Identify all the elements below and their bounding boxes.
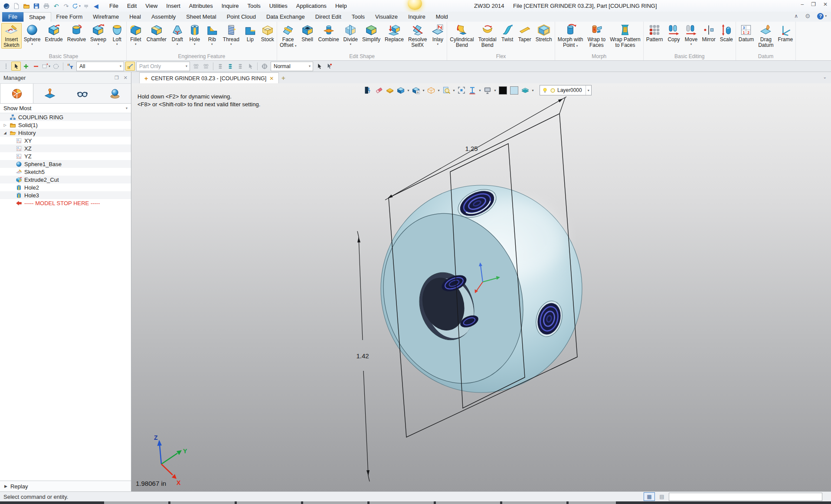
menu-inquire[interactable]: Inquire	[217, 0, 243, 12]
entity-filter-combo[interactable]: All▾	[76, 62, 124, 71]
ribbon-item-morph-with-point[interactable]: Morph withPoint ▾	[556, 23, 586, 49]
datum-display-button[interactable]	[385, 85, 395, 95]
chain-pick-alt-button[interactable]	[201, 62, 211, 71]
filter-list-button[interactable]	[65, 62, 75, 71]
tree-item-sphere1-base[interactable]: Sphere1_Base	[0, 160, 131, 168]
section-view-button[interactable]	[467, 85, 478, 95]
appearance-button[interactable]	[411, 85, 421, 95]
document-tab[interactable]: + CENTER GRINDER 03.Z3 - [COUPLING RING]…	[139, 72, 279, 84]
display-settings-button[interactable]	[482, 85, 493, 95]
dropdown-caret-icon[interactable]: ▾	[493, 88, 497, 92]
tab-overflow-icon[interactable]: ⌄	[823, 75, 827, 79]
help-button[interactable]: ? ▾	[817, 13, 827, 20]
close-button[interactable]: ✕	[823, 1, 828, 7]
zoom-tools-button[interactable]	[441, 85, 451, 95]
tab-file[interactable]: File	[2, 12, 23, 22]
undo-button[interactable]: ↶	[52, 1, 61, 10]
tab-point-cloud[interactable]: Point Cloud	[222, 12, 261, 22]
dropdown-caret-icon[interactable]: ▾	[177, 43, 178, 46]
lasso-select-button[interactable]	[51, 62, 61, 71]
tab-wireframe[interactable]: Wireframe	[88, 12, 124, 22]
panel-toggle-button[interactable]: ▤	[656, 492, 667, 501]
tree-item-coupling-ring[interactable]: COUPLING RING	[0, 113, 131, 121]
ribbon-item-wrap-pattern-to-faces[interactable]: Wrap Patternto Faces	[608, 23, 642, 49]
pointer-mode-button[interactable]	[245, 62, 255, 71]
new-file-button[interactable]	[12, 1, 21, 10]
ribbon-item-scale[interactable]: Scale	[718, 23, 735, 43]
dropdown-caret-icon[interactable]: ▾	[406, 88, 410, 92]
tree-item-yz[interactable]: YZ	[0, 152, 131, 160]
save-file-button[interactable]	[32, 1, 41, 10]
menu-view[interactable]: View	[141, 0, 162, 12]
dropdown-caret-icon[interactable]: ▾	[437, 43, 439, 46]
ribbon-item-insert-sketch[interactable]: InsertSketch	[1, 23, 22, 49]
ribbon-item-mirror[interactable]: Mirror	[700, 23, 717, 43]
menu-attributes[interactable]: Attributes	[185, 0, 217, 12]
ribbon-item-extrude[interactable]: Extrude	[43, 23, 65, 43]
coordinate-pick-button[interactable]	[125, 62, 135, 71]
ribbon-item-pattern[interactable]: Pattern	[644, 23, 665, 43]
dropdown-caret-icon[interactable]: ▾	[211, 43, 213, 46]
dropdown-caret-icon[interactable]: ▾	[350, 43, 351, 46]
ribbon-item-face-offset[interactable]: FaceOffset ▾	[278, 23, 299, 49]
gear-icon[interactable]: ⚙	[805, 13, 811, 20]
ribbon-item-wrap-to-faces[interactable]: Wrap toFaces	[585, 23, 608, 49]
tab-assembly[interactable]: Assembly	[146, 12, 181, 22]
3d-scene[interactable]: 1.25 1.42 Z Y X	[131, 83, 831, 491]
tree-item-solid-1[interactable]: ▷Solid(1)	[0, 121, 131, 129]
tab-free-form[interactable]: Free Form	[51, 12, 88, 22]
tree-item-xy[interactable]: XY	[0, 137, 131, 144]
part-manager-tab[interactable]	[98, 84, 131, 103]
pointer-active-button[interactable]	[314, 62, 324, 71]
new-tab-button[interactable]: +	[281, 74, 285, 82]
orientation-gyro-button[interactable]	[260, 62, 269, 71]
dropdown-caret-icon[interactable]: ▾	[531, 88, 535, 92]
ribbon-item-thread[interactable]: Thread▾	[221, 23, 242, 46]
shade-mode-button[interactable]	[396, 85, 406, 95]
tree-item-extrude2-cut[interactable]: Extrude2_Cut	[0, 176, 131, 183]
dropdown-caret-icon[interactable]: ▾	[194, 43, 196, 46]
tree-filter-combo[interactable]: Show Most ▾	[0, 104, 131, 113]
ribbon-item-twist[interactable]: Twist	[499, 23, 516, 43]
scope-filter-combo[interactable]: Part Only▾	[136, 62, 190, 71]
ribbon-item-shell[interactable]: Shell	[299, 23, 316, 43]
tab-inquire[interactable]: Inquire	[403, 12, 431, 22]
minimize-button[interactable]: –	[801, 1, 804, 7]
layer-combo[interactable]: Layer0000 ▾	[540, 85, 592, 95]
ribbon-item-cylindrical-bend[interactable]: CylindricalBend	[448, 23, 476, 49]
tree-item-hole2[interactable]: Hole2	[0, 183, 131, 191]
tab-heal[interactable]: Heal	[124, 12, 146, 22]
command-input[interactable]	[669, 493, 822, 501]
ribbon-item-move[interactable]: Move▾	[682, 23, 700, 46]
tab-direct-edit[interactable]: Direct Edit	[310, 12, 347, 22]
dropdown-caret-icon[interactable]: ▾	[422, 88, 425, 92]
ribbon-item-stock[interactable]: Stock	[259, 23, 276, 43]
tab-close-icon[interactable]: ✕	[269, 75, 274, 82]
dropdown-caret-icon[interactable]: ▾	[437, 88, 441, 92]
dropdown-caret-icon[interactable]: ▾	[135, 43, 137, 46]
ribbon-item-drag-datum[interactable]: DragDatum	[756, 23, 775, 49]
dropdown-caret-icon[interactable]: ▾	[690, 43, 692, 46]
restore-button[interactable]: ❐	[811, 1, 816, 7]
tree-item-history[interactable]: ◢History	[0, 129, 131, 137]
ribbon-item-stretch[interactable]: Stretch	[533, 23, 554, 43]
exit-view-button[interactable]	[363, 85, 373, 95]
ribbon-item-fillet[interactable]: Fillet▾	[127, 23, 144, 46]
ribbon-item-hole[interactable]: Hole▾	[186, 23, 203, 46]
ribbon-item-combine[interactable]: Combine	[316, 23, 341, 43]
menu-file[interactable]: File	[105, 0, 123, 12]
tree-item-xz[interactable]: XZ	[0, 144, 131, 152]
grid-toggle-button[interactable]: ▦	[644, 492, 655, 501]
tree-item-model-stop-here[interactable]: ----- MODEL STOP HERE -----	[0, 199, 131, 207]
tree-item-hole3[interactable]: Hole3	[0, 191, 131, 199]
remove-selection-button[interactable]	[31, 62, 41, 71]
display-mode-combo[interactable]: Normal▾	[271, 62, 313, 71]
ribbon-item-rib[interactable]: Rib▾	[203, 23, 221, 46]
menu-edit[interactable]: Edit	[123, 0, 141, 12]
zoom-fit-button[interactable]	[456, 85, 467, 95]
dropdown-caret-icon[interactable]: ▾	[116, 43, 118, 46]
background-color-swatch[interactable]	[499, 86, 507, 95]
ribbon-item-lip[interactable]: Lip	[242, 23, 259, 43]
pick-filter-button[interactable]	[82, 1, 91, 10]
ribbon-item-loft[interactable]: Loft▾	[108, 23, 126, 46]
